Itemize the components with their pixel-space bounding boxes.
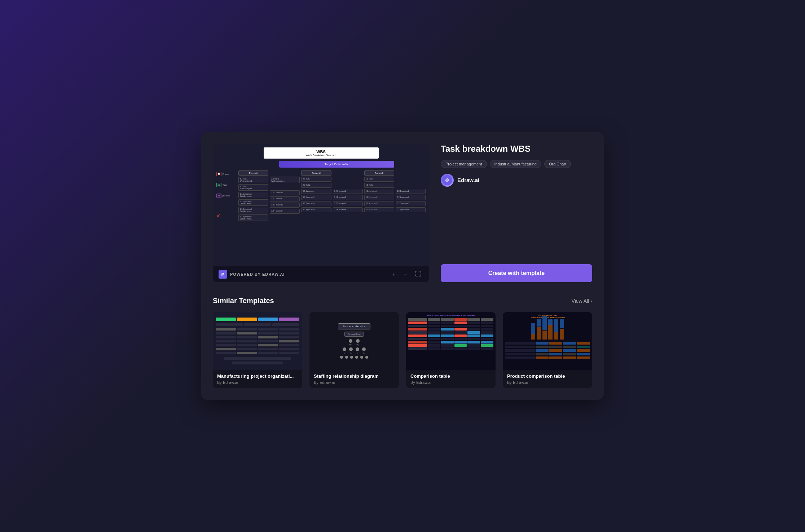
process2-1-2: 3.1.2 process2 xyxy=(301,195,331,200)
comparison-thumb: Near Consumer Drones Features Comparison… xyxy=(406,312,496,370)
wbs-main-title: WBS xyxy=(267,150,375,154)
similar-templates-title: Similar Templates xyxy=(213,297,274,305)
wbs-title-box: WBS Work Breakdown Structure xyxy=(264,147,379,159)
template-card-title-2: Comparison table xyxy=(410,373,491,379)
wbs-project-col-2: Project2 2.1 Task1 2.2 Task2 3.1.1 proce… xyxy=(301,170,331,221)
task3-1: 5.1 Task1 xyxy=(364,177,394,182)
template-card-info-2: Comparison table By Edraw.ai xyxy=(406,370,496,388)
fullscreen-icon xyxy=(415,271,421,276)
template-card-title-3: Product comparison table xyxy=(507,373,588,379)
process1-2-2: 1.2.2 process2 xyxy=(270,196,300,201)
template-card-author-3: By Edraw.ai xyxy=(507,380,588,385)
template-card-info-1: Staffing relationship diagram By Edraw.a… xyxy=(309,370,399,388)
spacer xyxy=(441,192,592,258)
process3-1-1: 5.1.1 process1 xyxy=(364,189,394,194)
template-card-title-0: Manufacturing project organizati... xyxy=(217,373,298,379)
info-panel: Task breakdown WBS Project management In… xyxy=(441,144,592,282)
process3-1-4: 5.1.4 process4 xyxy=(364,207,394,212)
tag-industrial[interactable]: Industrial/Manufacturing xyxy=(490,160,541,168)
process2-1-1: 3.1.1 process1 xyxy=(301,189,331,194)
task-icon: ▣ xyxy=(216,183,221,187)
template-thumb-2: Near Consumer Drones Features Comparison… xyxy=(406,312,496,370)
legend-task-label: Task xyxy=(223,184,227,186)
wbs-project-col-2b: . 3.2.1 process1 3.2.2 process2 3.2.3 pr… xyxy=(333,170,363,221)
process2-2-3: 3.2.3 process3 xyxy=(333,201,363,206)
legend-process-label: process xyxy=(223,195,230,197)
template-card-title-1: Staffing relationship diagram xyxy=(314,373,395,379)
wbs-main-area: 📊 Project ▣ Task ⚙ process xyxy=(216,170,426,221)
legend-item-task: ▣ Task xyxy=(216,183,236,187)
preview-footer: M POWERED BY EDRAW.AI + − xyxy=(213,266,429,282)
process1-2-3: 1.2.3 process3 xyxy=(270,203,300,208)
process3-2-2: 5.2.2 process2 xyxy=(396,195,426,200)
process3-2-1: 5.2.1 process1 xyxy=(396,189,426,194)
template-thumb-1: Personnel allocation Personnel Dept. Mgr… xyxy=(309,312,399,370)
template-card-1[interactable]: Personnel allocation Personnel Dept. Mgr… xyxy=(309,312,399,388)
product-comp-thumb: Comparison ChartDifferent models of Mobi… xyxy=(503,312,592,370)
zoom-in-button[interactable]: + xyxy=(389,270,397,278)
view-all-link[interactable]: View All › xyxy=(572,298,592,304)
process2-2-2: 3.2.2 process2 xyxy=(333,195,363,200)
wbs-target-box: Target: Deliverable xyxy=(279,161,394,168)
process1-2-4: 1.2.4 process4 xyxy=(270,209,300,214)
wbs-project-col-3: Project3 5.1 Task1 5.2 Task2 5.1.1 proce… xyxy=(364,170,394,221)
process1-1-3: 1.1.3 process3Detailed work... xyxy=(238,207,268,213)
template-thumb-3: Comparison ChartDifferent models of Mobi… xyxy=(503,312,592,370)
process-icon: ⚙ xyxy=(216,194,221,198)
legend-item-process: ⚙ process xyxy=(216,194,236,198)
process1-1-2: 1.1.2 process2Detailed work... xyxy=(238,199,268,206)
staffing-thumb: Personnel allocation Personnel Dept. Mgr… xyxy=(309,312,399,370)
section-header: Similar Templates View All › xyxy=(213,297,592,305)
prod-comp-title: Comparison ChartDifferent models of Mobi… xyxy=(505,314,590,319)
task1-1: 1.1 Task1Work assigned... xyxy=(238,177,268,183)
wbs-project-col-1: Project1 1.1 Task1Work assigned... 1.2 T… xyxy=(238,170,268,221)
process2-1-3: 3.1.3 process3 xyxy=(301,201,331,206)
process2-1-4: 3.1.4 process4 xyxy=(301,207,331,212)
template-card-0[interactable]: Manufacturing project organizati... By E… xyxy=(213,312,302,388)
bottom-section: Similar Templates View All › xyxy=(213,297,592,388)
tag-org-chart[interactable]: Org Chart xyxy=(544,160,571,168)
wbs-sub-title: Work Breakdown Structure xyxy=(267,154,375,156)
chevron-right-icon: › xyxy=(590,298,592,304)
zoom-out-button[interactable]: − xyxy=(401,270,409,278)
task1-2b: 1.2 Task2Work assigned... xyxy=(270,177,300,183)
manufacturing-thumb xyxy=(213,312,302,370)
project2-header: Project2 xyxy=(301,170,331,176)
process1-1-4: 1.1.4 process4Detailed work... xyxy=(238,214,268,221)
author-avatar xyxy=(441,174,454,187)
project-icon: 📊 xyxy=(216,172,221,176)
edraw-badge: M POWERED BY EDRAW.AI xyxy=(219,270,285,279)
preview-panel: WBS Work Breakdown Structure Target: Del… xyxy=(213,144,429,282)
view-all-text: View All xyxy=(572,298,589,304)
templates-grid: Manufacturing project organizati... By E… xyxy=(213,312,592,388)
template-card-3[interactable]: Comparison ChartDifferent models of Mobi… xyxy=(503,312,592,388)
edrawai-logo xyxy=(442,175,452,185)
author-row: Edraw.ai xyxy=(441,174,592,187)
edraw-badge-icon: M xyxy=(219,270,227,279)
process2-2-1: 3.2.1 process1 xyxy=(333,189,363,194)
process3-2-4: 5.2.4 process4 xyxy=(396,207,426,212)
process3-1-3: 5.1.3 process3 xyxy=(364,201,394,206)
preview-controls: + − xyxy=(389,270,423,279)
task3-2: 5.2 Task2 xyxy=(364,183,394,188)
create-template-button[interactable]: Create with template xyxy=(441,264,592,282)
process3-2-3: 5.2.3 process3 xyxy=(396,201,426,206)
author-name: Edraw.ai xyxy=(457,177,479,183)
task2-1: 2.1 Task1 xyxy=(301,177,331,182)
powered-by-text: POWERED BY EDRAW.AI xyxy=(230,272,285,276)
wbs-arrow-indicator: ↙ xyxy=(216,212,236,218)
fullscreen-button[interactable] xyxy=(413,270,423,279)
process1-1-1: 1.1.1 process1Detailed work... xyxy=(238,192,268,198)
template-card-author-1: By Edraw.ai xyxy=(314,380,395,385)
tag-project-management[interactable]: Project management xyxy=(441,160,487,168)
template-card-2[interactable]: Near Consumer Drones Features Comparison… xyxy=(406,312,496,388)
legend-project-label: Project xyxy=(223,173,229,175)
template-card-info-3: Product comparison table By Edraw.ai xyxy=(503,370,592,388)
top-section: WBS Work Breakdown Structure Target: Del… xyxy=(213,144,592,282)
comp-header-row xyxy=(408,318,493,321)
task2-2: 2.2 Task2 xyxy=(301,183,331,188)
preview-content: WBS Work Breakdown Structure Target: Del… xyxy=(213,144,429,266)
wbs-project-col-1b: . 1.2 Task2Work assigned... 1.2.1 proces… xyxy=(270,170,300,221)
comp-thumb-title: Near Consumer Drones Features Comparison… xyxy=(408,314,493,316)
process1-2-1: 1.2.1 process1 xyxy=(270,190,300,195)
